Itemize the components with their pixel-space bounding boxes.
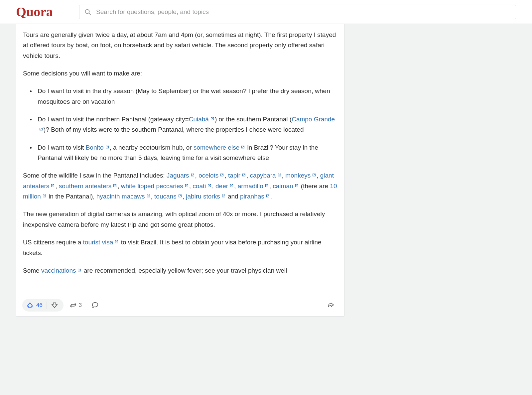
external-link-icon: [42, 194, 47, 198]
quora-logo[interactable]: Quora: [16, 5, 72, 19]
link-southern-anteaters[interactable]: southern anteaters: [59, 183, 117, 190]
external-link-icon: [294, 183, 299, 188]
external-link-icon: [264, 183, 269, 188]
downvote-icon: [51, 302, 58, 309]
upvote-button[interactable]: 46: [26, 301, 47, 310]
paragraph: The new generation of digital cameras is…: [23, 209, 337, 230]
link-jabiru-storks[interactable]: jabiru storks: [186, 193, 226, 200]
paragraph: Some of the wildlife I saw in the Pantan…: [23, 170, 337, 201]
external-link-icon: [312, 173, 317, 178]
external-link-icon: [265, 194, 270, 198]
paragraph: US citizens require a tourist visa to vi…: [23, 237, 337, 258]
external-link-icon: [114, 239, 119, 244]
external-link-icon: [207, 183, 212, 188]
answer-card: Tours are generally given twice a day, a…: [16, 24, 344, 317]
app-header: Quora: [0, 0, 532, 24]
link-toucans[interactable]: toucans: [154, 193, 183, 200]
list-item: Do I want to visit the northern Pantanal…: [36, 114, 337, 135]
content-fade: [16, 283, 344, 296]
external-link-icon: [146, 194, 151, 198]
external-link-icon: [219, 173, 224, 178]
paragraph: Some decisions you will want to make are…: [23, 68, 337, 78]
logo-text: Quora: [16, 5, 53, 19]
reshare-button[interactable]: 3: [66, 299, 85, 312]
external-link-icon: [277, 173, 282, 178]
list-item: Do I want to visit in the dry season (Ma…: [36, 86, 337, 107]
downvote-button[interactable]: [47, 302, 62, 309]
vote-pill: 46: [22, 299, 64, 312]
comment-icon: [91, 302, 99, 309]
link-caiman[interactable]: caiman: [273, 183, 299, 190]
paragraph: Some vaccinations are recommended, espec…: [23, 265, 337, 276]
link-somewhere-else[interactable]: somewhere else: [194, 144, 245, 151]
search-box[interactable]: [79, 5, 516, 19]
external-link-icon: [229, 183, 234, 188]
reshare-icon: [69, 302, 77, 309]
link-bonito[interactable]: Bonito: [86, 144, 110, 151]
external-link-icon: [77, 268, 82, 273]
link-jaguars[interactable]: Jaguars: [167, 172, 195, 179]
link-monkeys[interactable]: monkeys: [285, 172, 317, 179]
external-link-icon: [39, 127, 44, 132]
share-button[interactable]: [324, 299, 338, 312]
external-link-icon: [240, 145, 245, 150]
list-item: Do I want to visit Bonito, a nearby ecot…: [36, 142, 337, 163]
link-piranhas[interactable]: piranhas: [240, 193, 270, 200]
link-white-lipped-peccaries[interactable]: white lipped peccaries: [121, 183, 189, 190]
external-link-icon: [221, 194, 226, 198]
link-capybara[interactable]: capybara: [250, 172, 282, 179]
external-link-icon: [178, 194, 183, 198]
link-vaccinations[interactable]: vaccinations: [41, 267, 82, 274]
link-ocelots[interactable]: ocelots: [199, 172, 224, 179]
link-deer[interactable]: deer: [215, 183, 234, 190]
link-armadillo[interactable]: armadillo: [238, 183, 269, 190]
external-link-icon: [105, 145, 110, 150]
svg-line-1: [89, 13, 90, 15]
external-link-icon: [184, 183, 189, 188]
search-input[interactable]: [96, 8, 511, 16]
link-coati[interactable]: coati: [193, 183, 212, 190]
action-bar: 46 3: [16, 296, 344, 316]
link-tapir[interactable]: tapir: [228, 172, 246, 179]
comment-button[interactable]: [88, 299, 102, 312]
link-tourist-visa[interactable]: tourist visa: [83, 239, 119, 246]
share-arrow-icon: [327, 302, 335, 309]
search-icon: [84, 8, 91, 16]
external-link-icon: [50, 183, 55, 188]
external-link-icon: [190, 173, 195, 178]
answer-content: Tours are generally given twice a day, a…: [16, 24, 344, 296]
reshare-count: 3: [79, 301, 82, 310]
paragraph: Tours are generally given twice a day, a…: [23, 30, 337, 61]
upvote-icon: [26, 302, 34, 309]
upvote-count: 46: [36, 301, 43, 310]
link-cuiaba[interactable]: Cuiabá: [189, 116, 215, 123]
external-link-icon: [210, 116, 215, 121]
link-hyacinth-macaws[interactable]: hyacinth macaws: [96, 193, 151, 200]
external-link-icon: [241, 173, 246, 178]
external-link-icon: [112, 183, 117, 188]
